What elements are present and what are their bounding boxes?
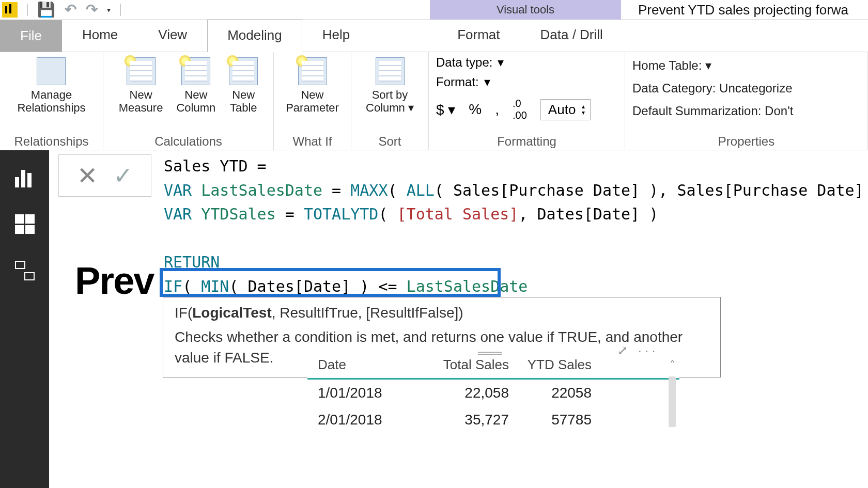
app-icon bbox=[2, 2, 18, 18]
visual-header: ⤢ · · · bbox=[617, 343, 655, 358]
ribbon: Manage Relationships Relationships NewMe… bbox=[0, 52, 868, 150]
group-label: What If bbox=[274, 134, 351, 149]
tab-help[interactable]: Help bbox=[302, 19, 370, 52]
tab-format[interactable]: Format bbox=[437, 19, 520, 52]
manage-relationships-button[interactable]: Manage Relationships bbox=[12, 55, 90, 117]
formula-bar-controls: ✕ ✓ bbox=[58, 154, 151, 197]
table-icon bbox=[229, 57, 258, 85]
new-column-button[interactable]: NewColumn bbox=[171, 55, 221, 117]
scroll-thumb[interactable] bbox=[669, 376, 676, 427]
scrollbar[interactable]: ˄ bbox=[665, 357, 679, 433]
more-options-icon[interactable]: · · · bbox=[638, 343, 655, 358]
table-header: Date Total Sales YTD Sales bbox=[307, 357, 679, 380]
report-canvas: ✕ ✓ Sales YTD = VAR LastSalesDate = MAXX… bbox=[49, 150, 868, 488]
tab-data-drill[interactable]: Data / Drill bbox=[520, 19, 623, 52]
document-title: Prevent YTD sales projecting forwa bbox=[638, 2, 848, 18]
undo-button[interactable]: ↶ bbox=[65, 1, 76, 18]
model-view-icon[interactable] bbox=[15, 261, 35, 280]
home-table-dropdown[interactable]: Home Table: ▾ bbox=[632, 58, 711, 73]
col-ytd-header[interactable]: YTD Sales bbox=[509, 357, 597, 373]
tab-view[interactable]: View bbox=[138, 19, 207, 52]
column-icon bbox=[181, 57, 210, 85]
group-label: Relationships bbox=[0, 134, 103, 149]
parameter-icon bbox=[298, 57, 327, 85]
col-total-header[interactable]: Total Sales bbox=[411, 357, 509, 373]
view-rail bbox=[0, 150, 49, 488]
sort-icon bbox=[376, 57, 405, 85]
currency-button[interactable]: $ ▾ bbox=[436, 101, 455, 118]
label: Relationships bbox=[17, 101, 85, 114]
table-visual[interactable]: Date Total Sales YTD Sales 1/01/2018 22,… bbox=[307, 357, 679, 433]
commit-icon[interactable]: ✓ bbox=[113, 162, 133, 190]
table-row: 1/01/2018 22,058 22058 bbox=[307, 380, 679, 406]
label: Manage bbox=[31, 88, 72, 101]
tab-home[interactable]: Home bbox=[62, 19, 138, 52]
separator bbox=[27, 4, 28, 16]
format-dropdown[interactable]: Format: ▾ bbox=[436, 75, 490, 89]
thousands-button[interactable]: , bbox=[495, 101, 499, 118]
decimal-icon: .0.00 bbox=[513, 98, 527, 121]
ribbon-tabs: File Home View Modeling Help Format Data… bbox=[0, 20, 868, 52]
contextual-tab-header: Visual tools bbox=[430, 0, 621, 20]
new-table-button[interactable]: NewTable bbox=[224, 55, 263, 117]
decimal-places-input[interactable]: Auto ▴▾ bbox=[540, 99, 591, 120]
tab-modeling[interactable]: Modeling bbox=[207, 20, 302, 52]
group-label: Sort bbox=[351, 134, 428, 149]
col-date-header[interactable]: Date bbox=[307, 357, 411, 373]
measure-icon bbox=[127, 57, 156, 85]
tab-file[interactable]: File bbox=[0, 20, 62, 52]
save-icon[interactable]: 💾 bbox=[37, 1, 55, 18]
separator bbox=[120, 4, 121, 16]
new-measure-button[interactable]: NewMeasure bbox=[114, 55, 168, 117]
new-parameter-button[interactable]: NewParameter bbox=[281, 55, 344, 117]
focus-mode-icon[interactable]: ⤢ bbox=[617, 343, 628, 358]
data-category-dropdown[interactable]: Data Category: Uncategorize bbox=[632, 81, 793, 96]
sort-by-column-button[interactable]: Sort by Column ▾ bbox=[361, 55, 419, 117]
default-summarization-dropdown[interactable]: Default Summarization: Don't bbox=[632, 104, 793, 118]
cancel-icon[interactable]: ✕ bbox=[77, 161, 98, 190]
table-row: 2/01/2018 35,727 57785 bbox=[307, 406, 679, 433]
title-bar: 💾 ↶ ↷ ▾ Visual tools Prevent YTD sales p… bbox=[0, 0, 868, 20]
page-title: Prev bbox=[75, 259, 153, 303]
data-type-dropdown[interactable]: Data type: ▾ bbox=[436, 55, 504, 70]
report-view-icon[interactable] bbox=[15, 168, 35, 187]
group-label: Calculations bbox=[103, 134, 273, 149]
relationships-icon bbox=[37, 57, 66, 85]
group-label: Properties bbox=[625, 134, 867, 149]
scroll-up-icon[interactable]: ˄ bbox=[670, 359, 675, 372]
percent-button[interactable]: % bbox=[469, 101, 482, 118]
qat-dropdown[interactable]: ▾ bbox=[107, 6, 111, 14]
data-view-icon[interactable] bbox=[15, 214, 35, 234]
selection-highlight bbox=[160, 268, 501, 297]
group-label: Formatting bbox=[429, 134, 625, 149]
redo-button[interactable]: ↷ bbox=[86, 1, 98, 18]
